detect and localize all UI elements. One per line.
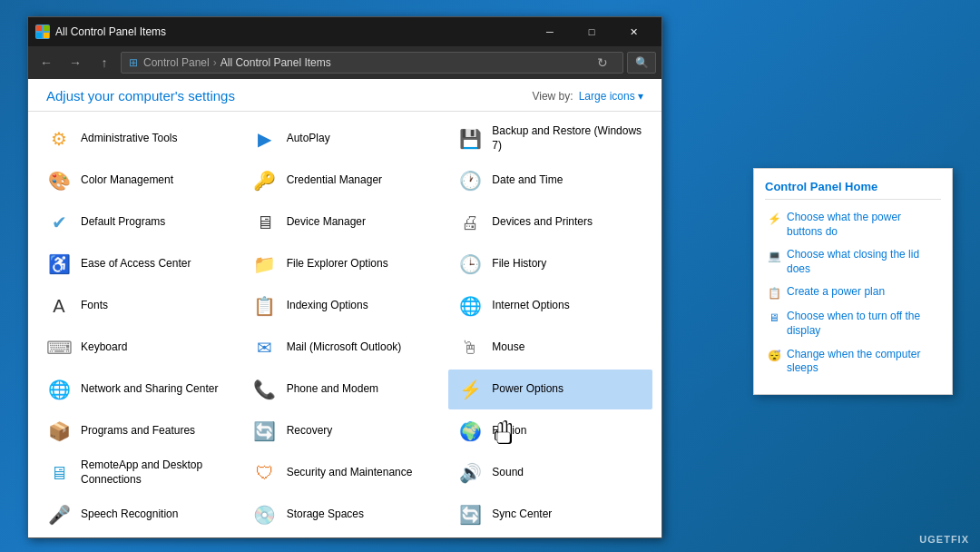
- cp-item-filehistory[interactable]: 🕒File History: [448, 244, 652, 284]
- desktop: All Control Panel Items ─ □ ✕ ← → ↑ ⊞ Co…: [0, 0, 980, 552]
- view-by-control: View by: Large icons ▾: [532, 90, 643, 103]
- cp-item-color[interactable]: 🎨Color Management: [37, 161, 241, 201]
- power-icon: ⚡: [456, 375, 485, 404]
- cp-item-device[interactable]: 🖥Device Manager: [243, 202, 447, 242]
- cp-item-recovery[interactable]: 🔄Recovery: [243, 411, 447, 451]
- svg-rect-0: [36, 25, 42, 31]
- cp-item-mail[interactable]: ✉Mail (Microsoft Outlook): [243, 328, 447, 368]
- remoteapp-icon: 🖥: [44, 458, 74, 488]
- title-bar: All Control Panel Items ─ □ ✕: [28, 17, 662, 46]
- cp-item-region[interactable]: 🌍Region: [448, 411, 652, 451]
- cp-item-fonts[interactable]: AFonts: [37, 286, 241, 326]
- up-button[interactable]: ↑: [92, 50, 117, 75]
- cp-item-fileexplorer[interactable]: 📁File Explorer Options: [243, 244, 447, 284]
- network-icon: 🌐: [44, 375, 74, 404]
- sync-icon: 🔄: [456, 500, 485, 529]
- view-by-dropdown[interactable]: Large icons ▾: [579, 90, 643, 103]
- devprinter-icon: 🖨: [456, 208, 485, 237]
- window-title: All Control Panel Items: [55, 25, 529, 38]
- search-box[interactable]: 🔍: [627, 52, 656, 74]
- forward-button[interactable]: →: [63, 50, 88, 75]
- flyout-item-text-0[interactable]: Choose what the power buttons do: [787, 211, 939, 239]
- network-label: Network and Sharing Center: [81, 382, 218, 397]
- recovery-label: Recovery: [287, 424, 333, 439]
- backup-icon: 💾: [456, 124, 485, 153]
- cp-item-datetime[interactable]: 🕐Date and Time: [448, 161, 652, 201]
- breadcrumb-all-items[interactable]: All Control Panel Items: [220, 56, 331, 69]
- cp-item-admin[interactable]: ⚙Administrative Tools: [37, 119, 241, 159]
- internet-icon: 🌐: [456, 291, 485, 320]
- color-icon: 🎨: [44, 166, 74, 195]
- close-button[interactable]: ✕: [612, 17, 654, 46]
- cp-item-backup[interactable]: 💾Backup and Restore (Windows 7): [448, 119, 652, 159]
- devprinter-label: Devices and Printers: [492, 215, 593, 230]
- autoplay-icon: ▶: [250, 124, 279, 153]
- minimize-button[interactable]: ─: [529, 17, 571, 46]
- items-grid: ⚙Administrative Tools▶AutoPlay💾Backup an…: [37, 119, 652, 535]
- refresh-button[interactable]: ↻: [590, 50, 615, 75]
- breadcrumb-sep1: ›: [213, 56, 217, 69]
- flyout-item-icon-1: 💻: [767, 249, 781, 263]
- address-path[interactable]: ⊞ Control Panel › All Control Panel Item…: [121, 52, 623, 74]
- cp-item-devprinter[interactable]: 🖨Devices and Printers: [448, 202, 652, 242]
- cp-item-internet[interactable]: 🌐Internet Options: [448, 286, 652, 326]
- cp-item-keyboard[interactable]: ⌨Keyboard: [37, 328, 241, 368]
- flyout-item-4[interactable]: 😴Change when the computer sleeps: [765, 346, 941, 378]
- breadcrumb-control-panel[interactable]: Control Panel: [143, 56, 210, 69]
- cp-item-sound[interactable]: 🔊Sound: [448, 453, 652, 493]
- flyout-item-text-2[interactable]: Create a power plan: [787, 285, 885, 300]
- autoplay-label: AutoPlay: [287, 132, 330, 146]
- back-button[interactable]: ←: [34, 50, 59, 75]
- region-label: Region: [492, 424, 526, 439]
- admin-icon: ⚙: [44, 124, 74, 153]
- flyout-item-text-4[interactable]: Change when the computer sleeps: [787, 348, 939, 376]
- flyout-item-0[interactable]: ⚡Choose what the power buttons do: [765, 209, 941, 241]
- cp-item-network[interactable]: 🌐Network and Sharing Center: [37, 370, 241, 409]
- cp-item-storage[interactable]: 💿Storage Spaces: [243, 495, 447, 535]
- cp-item-ease[interactable]: ♿Ease of Access Center: [37, 244, 241, 284]
- device-icon: 🖥: [250, 208, 279, 237]
- flyout-item-text-1[interactable]: Choose what closing the lid does: [787, 248, 939, 276]
- cp-item-default[interactable]: ✔Default Programs: [37, 202, 241, 242]
- cp-item-autoplay[interactable]: ▶AutoPlay: [243, 119, 447, 159]
- storage-icon: 💿: [250, 500, 279, 529]
- remoteapp-label: RemoteApp and Desktop Connections: [81, 458, 234, 487]
- breadcrumb-icon: ⊞: [129, 56, 138, 69]
- datetime-label: Date and Time: [492, 173, 563, 188]
- watermark: UGETFIX: [919, 534, 969, 545]
- items-container[interactable]: ⚙Administrative Tools▶AutoPlay💾Backup an…: [28, 112, 662, 537]
- cp-item-speech[interactable]: 🎤Speech Recognition: [37, 495, 241, 535]
- maximize-button[interactable]: □: [571, 17, 612, 46]
- flyout-items: ⚡Choose what the power buttons do💻Choose…: [765, 209, 941, 378]
- flyout-item-2[interactable]: 📋Create a power plan: [765, 283, 941, 302]
- control-panel-window: All Control Panel Items ─ □ ✕ ← → ↑ ⊞ Co…: [27, 16, 662, 538]
- keyboard-label: Keyboard: [81, 340, 127, 355]
- fileexplorer-icon: 📁: [250, 250, 279, 279]
- programs-icon: 📦: [44, 417, 74, 446]
- sync-label: Sync Center: [492, 508, 552, 522]
- flyout-panel: Control Panel Home ⚡Choose what the powe…: [753, 168, 953, 395]
- content-header: Adjust your computer's settings View by:…: [28, 79, 662, 112]
- ease-label: Ease of Access Center: [81, 257, 191, 271]
- cp-item-indexing[interactable]: 📋Indexing Options: [243, 286, 447, 326]
- color-label: Color Management: [81, 173, 173, 188]
- cp-item-mouse[interactable]: 🖱Mouse: [448, 328, 652, 368]
- cp-item-security[interactable]: 🛡Security and Maintenance: [243, 453, 447, 493]
- svg-rect-2: [36, 33, 42, 38]
- cp-item-sync[interactable]: 🔄Sync Center: [448, 495, 652, 535]
- flyout-item-3[interactable]: 🖥Choose when to turn off the display: [765, 308, 941, 340]
- region-icon: 🌍: [456, 417, 485, 446]
- cp-item-remoteapp[interactable]: 🖥RemoteApp and Desktop Connections: [37, 453, 241, 493]
- flyout-item-text-3[interactable]: Choose when to turn off the display: [787, 310, 939, 338]
- address-bar: ← → ↑ ⊞ Control Panel › All Control Pane…: [28, 46, 662, 79]
- cp-item-phone[interactable]: 📞Phone and Modem: [243, 370, 447, 409]
- search-icon: 🔍: [635, 56, 649, 69]
- cp-item-power[interactable]: ⚡Power Options: [448, 370, 652, 409]
- admin-label: Administrative Tools: [81, 132, 178, 146]
- cp-item-programs[interactable]: 📦Programs and Features: [37, 411, 241, 451]
- fonts-icon: A: [44, 291, 74, 320]
- cp-item-credential[interactable]: 🔑Credential Manager: [243, 161, 447, 201]
- keyboard-icon: ⌨: [44, 333, 74, 362]
- flyout-item-1[interactable]: 💻Choose what closing the lid does: [765, 246, 941, 278]
- default-icon: ✔: [44, 208, 74, 237]
